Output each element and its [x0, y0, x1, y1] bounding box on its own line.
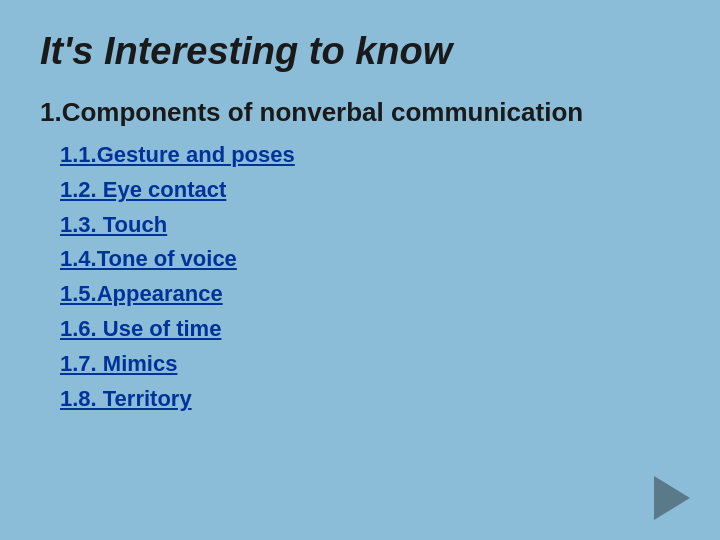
list-item[interactable]: 1.4.Tone of voice — [60, 244, 680, 275]
section: 1.Components of nonverbal communication … — [40, 97, 680, 414]
list-item[interactable]: 1.8. Territory — [60, 384, 680, 415]
list-item[interactable]: 1.5.Appearance — [60, 279, 680, 310]
section-heading: 1.Components of nonverbal communication — [40, 97, 680, 128]
list-item[interactable]: 1.2. Eye contact — [60, 175, 680, 206]
items-list: 1.1.Gesture and poses1.2. Eye contact1.3… — [40, 140, 680, 414]
slide: It's Interesting to know 1.Components of… — [0, 0, 720, 540]
list-item[interactable]: 1.7. Mimics — [60, 349, 680, 380]
list-item[interactable]: 1.3. Touch — [60, 210, 680, 241]
slide-title: It's Interesting to know — [40, 30, 680, 73]
list-item[interactable]: 1.1.Gesture and poses — [60, 140, 680, 171]
list-item[interactable]: 1.6. Use of time — [60, 314, 680, 345]
next-arrow[interactable] — [654, 476, 690, 520]
